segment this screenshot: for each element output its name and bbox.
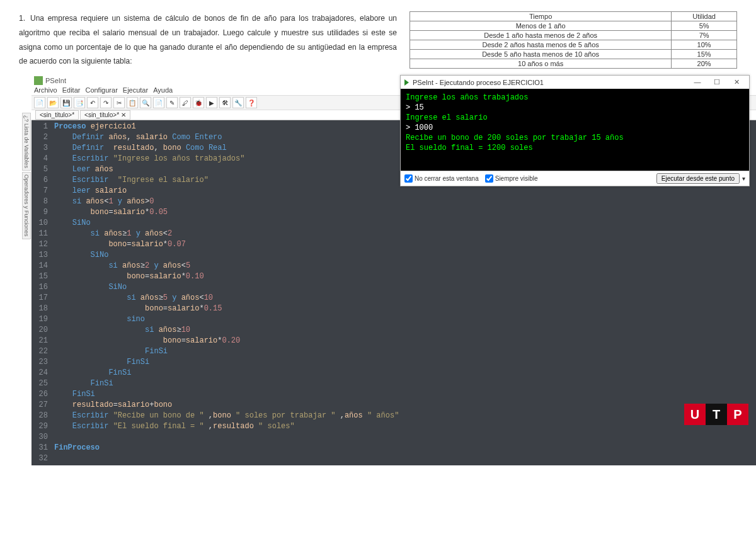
- menu-item[interactable]: Configurar: [85, 86, 117, 94]
- code-content[interactable]: FinSi: [54, 378, 113, 389]
- line-number: 10: [32, 218, 54, 229]
- code-content[interactable]: Escribir "Ingrese los años trabajados": [54, 154, 244, 164]
- code-line[interactable]: 30: [32, 432, 756, 443]
- code-content[interactable]: bono=salario*0.20: [54, 336, 240, 346]
- code-line[interactable]: 10 SiNo: [32, 218, 756, 229]
- code-content[interactable]: bono=salario*0.10: [54, 271, 204, 282]
- code-content[interactable]: Escribir "Ingrese el salario": [54, 175, 209, 186]
- code-content[interactable]: FinProceso: [54, 443, 100, 453]
- toolbar-button[interactable]: ✂: [113, 97, 125, 108]
- toolbar-button[interactable]: ↶: [87, 97, 98, 108]
- table-cell: 15%: [672, 50, 737, 59]
- code-content[interactable]: Proceso ejercicio1: [54, 122, 136, 132]
- toolbar-button[interactable]: 📄: [34, 97, 45, 108]
- code-content[interactable]: leer salario: [54, 186, 127, 196]
- toolbar-button[interactable]: 💾: [60, 97, 72, 108]
- minimize-button[interactable]: —: [689, 78, 706, 86]
- toolbar-button[interactable]: 🖊: [180, 97, 191, 108]
- toolbar-button[interactable]: ↷: [100, 97, 112, 108]
- line-number: 26: [32, 389, 54, 400]
- code-line[interactable]: 9 bono=salario*0.05: [32, 207, 756, 218]
- console-title: PSeInt - Ejecutando proceso EJERCICIO1: [413, 79, 544, 86]
- always-visible-checkbox[interactable]: Siempre visible: [485, 174, 538, 183]
- terminal-output[interactable]: Ingrese los años trabajados > 15 Ingrese…: [401, 89, 749, 171]
- editor-tab[interactable]: <sin_titulo>* ✕: [80, 110, 130, 120]
- code-line[interactable]: 12 bono=salario*0.07: [32, 239, 756, 250]
- line-number: 5: [32, 164, 54, 175]
- code-content[interactable]: Escribir "El sueldo final = " ,resultado…: [54, 421, 295, 432]
- code-line[interactable]: 28 Escribir "Recibe un bono de " ,bono "…: [32, 411, 756, 421]
- table-cell: Menos de 1 año: [410, 21, 672, 31]
- code-content[interactable]: resultado=salario+bono: [54, 400, 172, 411]
- table-cell: Desde 2 años hasta menos de 5 años: [410, 40, 672, 50]
- code-content[interactable]: si años≥5 y años<10: [54, 293, 213, 304]
- dropdown-icon[interactable]: ▾: [742, 175, 745, 182]
- editor-tab[interactable]: <sin_titulo>*: [35, 110, 79, 120]
- code-content[interactable]: FinSi: [54, 357, 149, 368]
- code-line[interactable]: 26 FinSi: [32, 389, 756, 400]
- code-line[interactable]: 15 bono=salario*0.10: [32, 271, 756, 282]
- code-content[interactable]: Definir años, salario Como Entero: [54, 132, 222, 143]
- code-content[interactable]: Leer años: [54, 164, 113, 175]
- sidebar-tab[interactable]: Operadores y Funciones: [22, 172, 31, 239]
- code-content[interactable]: SiNo: [54, 282, 127, 293]
- code-line[interactable]: 8 si años<1 y años>0: [32, 196, 756, 207]
- toolbar-button[interactable]: 🐞: [193, 97, 204, 108]
- table-cell: 5%: [672, 21, 737, 31]
- toolbar-button[interactable]: 🔧: [232, 97, 244, 108]
- code-line[interactable]: 25 FinSi: [32, 378, 756, 389]
- code-line[interactable]: 27 resultado=salario+bono: [32, 400, 756, 411]
- code-content[interactable]: si años≥10: [54, 325, 190, 336]
- toolbar-button[interactable]: 🔍: [140, 97, 151, 108]
- code-content[interactable]: FinSi: [54, 368, 131, 378]
- code-line[interactable]: 29 Escribir "El sueldo final = " ,result…: [32, 421, 756, 432]
- toolbar-button[interactable]: 📄: [153, 97, 164, 108]
- code-content[interactable]: bono=salario*0.05: [54, 207, 168, 218]
- code-content[interactable]: si años<1 y años>0: [54, 196, 154, 207]
- code-line[interactable]: 20 si años≥10: [32, 325, 756, 336]
- code-line[interactable]: 22 FinSi: [32, 346, 756, 357]
- sidebar-tab[interactable]: ¿? Lista de Variables: [22, 113, 31, 171]
- code-line[interactable]: 13 SiNo: [32, 250, 756, 261]
- code-line[interactable]: 14 si años≥2 y años<5: [32, 261, 756, 271]
- menu-item[interactable]: Editar: [62, 86, 81, 94]
- code-content[interactable]: si años≥1 y años<2: [54, 229, 172, 239]
- code-content[interactable]: sino: [54, 314, 145, 325]
- no-close-checkbox[interactable]: No cerrar esta ventana: [404, 174, 479, 183]
- code-content[interactable]: Escribir "Recibe un bono de " ,bono " so…: [54, 411, 399, 421]
- toolbar-button[interactable]: 🛠: [219, 97, 231, 108]
- menu-item[interactable]: Ejecutar: [123, 86, 148, 94]
- toolbar-button[interactable]: 📋: [127, 97, 138, 108]
- code-content[interactable]: bono=salario*0.15: [54, 304, 222, 314]
- code-content[interactable]: si años≥2 y años<5: [54, 261, 190, 271]
- code-line[interactable]: 18 bono=salario*0.15: [32, 304, 756, 314]
- menu-item[interactable]: Ayuda: [153, 86, 173, 94]
- code-line[interactable]: 7 leer salario: [32, 186, 756, 196]
- code-line[interactable]: 31FinProceso: [32, 443, 756, 453]
- code-content[interactable]: SiNo: [54, 250, 108, 261]
- maximize-button[interactable]: ☐: [708, 78, 726, 86]
- menu-item[interactable]: Archivo: [34, 86, 57, 94]
- code-line[interactable]: 24 FinSi: [32, 368, 756, 378]
- pseint-ide: PSeInt ArchivoEditarConfigurarEjecutarAy…: [32, 75, 756, 465]
- code-line[interactable]: 17 si años≥5 y años<10: [32, 293, 756, 304]
- code-content[interactable]: bono=salario*0.07: [54, 239, 186, 250]
- code-line[interactable]: 19 sino: [32, 314, 756, 325]
- toolbar-button[interactable]: ▶: [206, 97, 217, 108]
- code-line[interactable]: 16 SiNo: [32, 282, 756, 293]
- code-line[interactable]: 21 bono=salario*0.20: [32, 336, 756, 346]
- run-from-here-button[interactable]: Ejecutar desde este punto: [656, 173, 740, 184]
- toolbar-button[interactable]: ❓: [246, 97, 257, 108]
- code-content[interactable]: FinSi: [54, 346, 168, 357]
- code-line[interactable]: 23 FinSi: [32, 357, 756, 368]
- code-line[interactable]: 11 si años≥1 y años<2: [32, 229, 756, 239]
- console-titlebar[interactable]: PSeInt - Ejecutando proceso EJERCICIO1 —…: [401, 76, 749, 89]
- close-button[interactable]: ✕: [728, 78, 745, 86]
- toolbar-button[interactable]: ✎: [166, 97, 178, 108]
- code-content[interactable]: SiNo: [54, 218, 91, 229]
- toolbar-button[interactable]: 📂: [47, 97, 59, 108]
- code-content[interactable]: Definir resultado, bono Como Real: [54, 143, 227, 154]
- code-content[interactable]: FinSi: [54, 389, 95, 400]
- code-line[interactable]: 32: [32, 453, 756, 464]
- toolbar-button[interactable]: 📑: [74, 97, 85, 108]
